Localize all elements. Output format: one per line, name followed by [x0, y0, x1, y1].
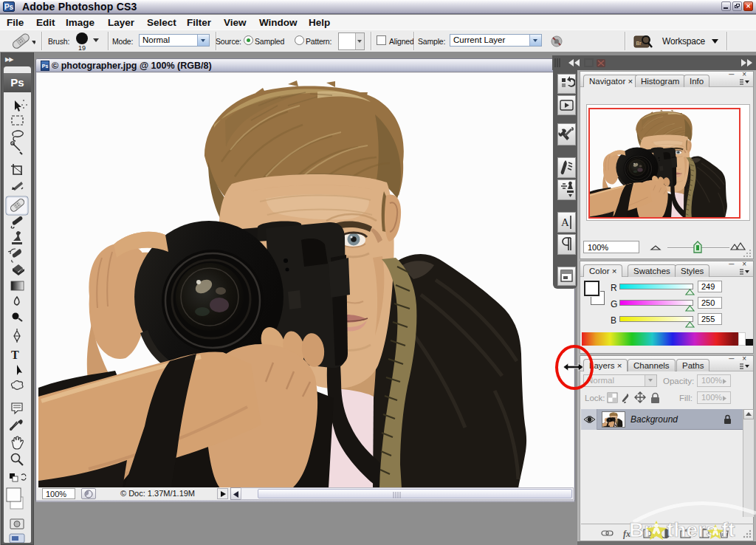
- svg-text:fx.: fx.: [623, 529, 633, 539]
- svg-text:T: T: [11, 349, 19, 361]
- svg-text:19: 19: [78, 44, 86, 52]
- svg-text:A: A: [561, 216, 569, 228]
- svg-text:Br: Br: [636, 41, 642, 46]
